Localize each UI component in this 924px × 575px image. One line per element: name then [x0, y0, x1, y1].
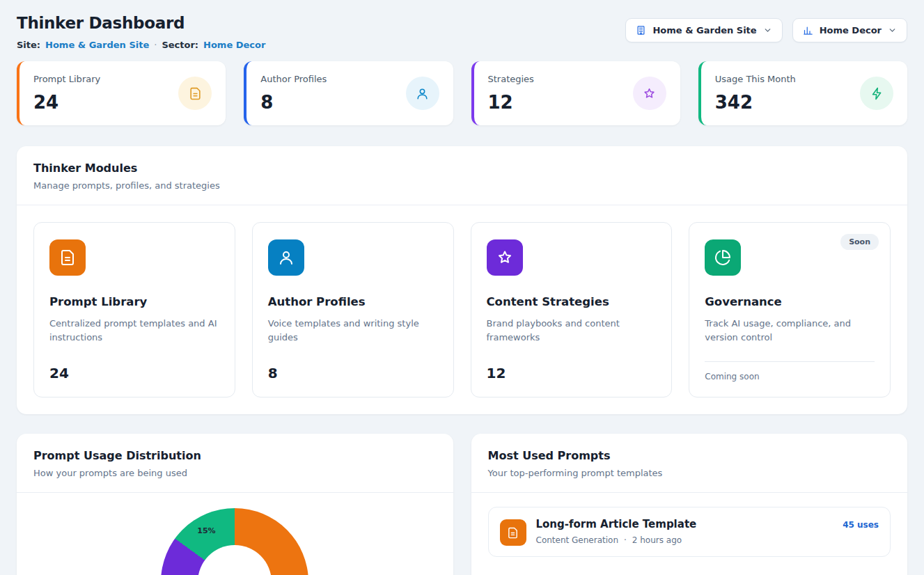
module-card-prompt-library[interactable]: Prompt Library Centralized prompt templa…	[33, 222, 235, 397]
prompt-item-category: Content Generation	[536, 535, 618, 545]
prompts-subtitle: Your top-performing prompt templates	[488, 468, 891, 478]
module-description: Centralized prompt templates and AI inst…	[49, 317, 219, 345]
stat-card-author-profiles: Author Profiles 8	[244, 61, 453, 125]
stat-label: Author Profiles	[260, 74, 327, 84]
modules-header: Thinker Modules Manage prompts, profiles…	[17, 146, 907, 205]
sector-dropdown-label: Home Decor	[820, 25, 882, 36]
modules-title: Thinker Modules	[33, 162, 891, 175]
prompts-header: Most Used Prompts Your top-performing pr…	[471, 434, 908, 493]
module-title: Governance	[705, 295, 875, 308]
modules-grid: Prompt Library Centralized prompt templa…	[17, 205, 907, 414]
bar-chart-icon	[803, 25, 813, 36]
stat-label: Usage This Month	[715, 74, 796, 84]
header-titles: Thinker Dashboard Site: Home & Garden Si…	[17, 14, 265, 50]
site-link[interactable]: Home & Garden Site	[45, 40, 149, 50]
document-icon	[49, 239, 86, 276]
module-count: 12	[487, 354, 657, 381]
stat-card-strategies: Strategies 12	[471, 61, 680, 125]
thinker-modules-panel: Thinker Modules Manage prompts, profiles…	[17, 146, 907, 414]
chevron-down-icon	[888, 26, 897, 35]
module-title: Prompt Library	[49, 295, 219, 308]
dashboard-page: Thinker Dashboard Site: Home & Garden Si…	[0, 0, 924, 575]
stat-value: 342	[715, 92, 796, 113]
prompt-item-uses: 45 uses	[843, 518, 879, 530]
module-description: Brand playbooks and content frameworks	[487, 317, 657, 345]
donut-segment-label: 15%	[197, 526, 215, 535]
building-icon	[636, 25, 646, 36]
module-description: Voice templates and writing style guides	[268, 317, 438, 345]
module-count: 24	[49, 354, 219, 381]
lightning-icon	[860, 77, 893, 110]
sector-link[interactable]: Home Decor	[203, 40, 265, 50]
stat-card-usage: Usage This Month 342	[698, 61, 907, 125]
stat-value: 12	[488, 92, 534, 113]
sector-dropdown[interactable]: Home Decor	[792, 18, 907, 42]
stat-value: 24	[33, 92, 100, 113]
person-icon	[268, 239, 304, 276]
person-icon	[406, 77, 439, 110]
separator-dot: ·	[624, 535, 627, 545]
bottom-row: Prompt Usage Distribution How your promp…	[17, 434, 907, 575]
site-label: Site:	[17, 40, 40, 50]
module-card-content-strategies[interactable]: Content Strategies Brand playbooks and c…	[471, 222, 673, 397]
most-used-prompts-panel: Most Used Prompts Your top-performing pr…	[471, 434, 908, 575]
modules-subtitle: Manage prompts, profiles, and strategies	[33, 180, 891, 191]
soon-badge: Soon	[840, 234, 879, 250]
sector-label: Sector:	[162, 40, 198, 50]
document-icon	[178, 77, 212, 110]
list-item[interactable]: Long-form Article Template Content Gener…	[488, 507, 891, 557]
separator-dot: ·	[154, 40, 157, 50]
stat-label: Prompt Library	[33, 74, 100, 84]
prompts-list: Long-form Article Template Content Gener…	[471, 493, 908, 571]
donut-chart: 15%	[161, 508, 308, 575]
prompt-item-title: Long-form Article Template	[536, 518, 697, 530]
stat-text: Author Profiles 8	[260, 74, 327, 113]
usage-title: Prompt Usage Distribution	[33, 449, 437, 462]
prompt-item-time: 2 hours ago	[632, 535, 682, 545]
prompt-item-meta: Content Generation · 2 hours ago	[536, 535, 697, 545]
stat-text: Usage This Month 342	[715, 74, 796, 113]
site-dropdown[interactable]: Home & Garden Site	[625, 18, 782, 42]
stat-card-prompt-library: Prompt Library 24	[17, 61, 226, 125]
stat-label: Strategies	[488, 74, 534, 84]
page-title: Thinker Dashboard	[17, 14, 265, 32]
stats-row: Prompt Library 24 Author Profiles 8 Stra…	[17, 61, 907, 125]
page-header: Thinker Dashboard Site: Home & Garden Si…	[17, 14, 907, 50]
module-title: Author Profiles	[268, 295, 438, 308]
usage-subtitle: How your prompts are being used	[33, 468, 437, 478]
stat-value: 8	[260, 92, 327, 113]
module-card-governance[interactable]: Soon Governance Track AI usage, complian…	[689, 222, 891, 397]
site-sector-line: Site: Home & Garden Site · Sector: Home …	[17, 40, 265, 50]
stat-text: Prompt Library 24	[33, 74, 100, 113]
item-text: Long-form Article Template Content Gener…	[536, 518, 697, 545]
chevron-down-icon	[763, 26, 772, 35]
header-controls: Home & Garden Site Home Decor	[625, 18, 907, 42]
chart-body: 15%	[17, 493, 453, 575]
module-count: 8	[268, 354, 438, 381]
module-title: Content Strategies	[487, 295, 657, 308]
prompts-title: Most Used Prompts	[488, 449, 891, 462]
document-icon	[500, 519, 526, 546]
site-dropdown-label: Home & Garden Site	[652, 25, 756, 36]
prompt-usage-panel: Prompt Usage Distribution How your promp…	[17, 434, 453, 575]
usage-header: Prompt Usage Distribution How your promp…	[17, 434, 453, 493]
module-card-author-profiles[interactable]: Author Profiles Voice templates and writ…	[252, 222, 454, 397]
star-icon	[633, 77, 666, 110]
star-icon	[487, 239, 523, 276]
stat-text: Strategies 12	[488, 74, 534, 113]
coming-soon-text: Coming soon	[705, 362, 875, 381]
pie-chart-icon	[705, 239, 741, 276]
module-description: Track AI usage, compliance, and version …	[705, 317, 875, 345]
